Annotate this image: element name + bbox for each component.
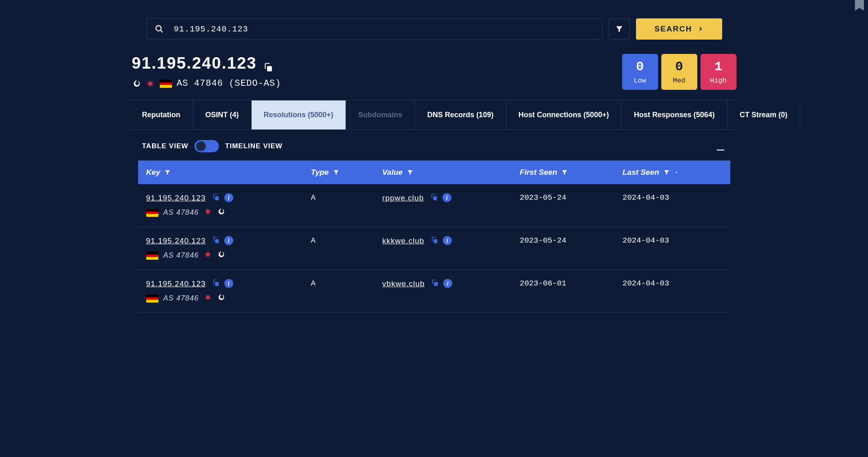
info-icon[interactable]: i bbox=[442, 193, 451, 202]
copy-icon[interactable] bbox=[212, 236, 220, 246]
filter-icon bbox=[164, 169, 171, 176]
bug-icon bbox=[204, 207, 212, 218]
view-toggle[interactable] bbox=[194, 140, 219, 152]
badge-high-count: 1 bbox=[714, 59, 722, 74]
search-button[interactable]: SEARCH bbox=[636, 18, 722, 40]
svg-line-1 bbox=[160, 30, 163, 33]
download-icon[interactable] bbox=[715, 140, 726, 152]
badge-low-label: Low bbox=[634, 77, 646, 85]
svg-rect-4 bbox=[215, 196, 219, 201]
tab-ct-stream-[interactable]: CT Stream (0) bbox=[727, 100, 800, 129]
as-text: AS 47846 (SEDO-AS) bbox=[177, 78, 281, 89]
info-icon[interactable]: i bbox=[443, 279, 452, 288]
flag-germany-icon bbox=[146, 209, 158, 217]
results-table: Key Type Value First Seen Last Seen 91.1… bbox=[138, 161, 730, 313]
copy-icon[interactable] bbox=[263, 58, 274, 69]
badge-high[interactable]: 1 High bbox=[701, 54, 736, 90]
flag-germany-icon bbox=[146, 294, 158, 303]
key-link[interactable]: 91.195.240.123 bbox=[146, 236, 206, 245]
key-link[interactable]: 91.195.240.123 bbox=[146, 279, 206, 288]
svg-rect-7 bbox=[215, 239, 219, 243]
badge-low-count: 0 bbox=[636, 59, 644, 74]
cell-key: 91.195.240.123iAS 47846 bbox=[138, 184, 303, 227]
tab-osint-[interactable]: OSINT (4) bbox=[193, 100, 252, 129]
ip-header: 91.195.240.123 AS 47846 (SEDO-AS) bbox=[132, 54, 281, 89]
search-bar: SEARCH bbox=[130, 0, 739, 52]
flame-icon bbox=[132, 79, 141, 88]
chevron-right-icon bbox=[697, 26, 704, 32]
tab-host-connections-[interactable]: Host Connections (5000+) bbox=[506, 100, 622, 129]
view-toggle-group: TABLE VIEW TIMELINE VIEW bbox=[142, 140, 283, 152]
value-link[interactable]: rppwe.club bbox=[382, 194, 424, 202]
bug-icon bbox=[146, 79, 155, 88]
svg-point-3 bbox=[148, 82, 152, 85]
filter-button[interactable] bbox=[609, 18, 630, 40]
badge-med-count: 0 bbox=[675, 59, 683, 74]
col-first-seen[interactable]: First Seen bbox=[511, 161, 614, 184]
copy-icon[interactable] bbox=[431, 279, 439, 289]
table-row: 91.195.240.123iAS 47846Arppwe.clubi2023-… bbox=[138, 184, 730, 227]
header-row: 91.195.240.123 AS 47846 (SEDO-AS) 0 Low … bbox=[130, 52, 739, 100]
bug-icon bbox=[204, 250, 212, 261]
value-link[interactable]: kkkwe.club bbox=[382, 236, 424, 245]
cell-type: A bbox=[303, 227, 374, 270]
badge-low[interactable]: 0 Low bbox=[622, 54, 658, 90]
badge-med[interactable]: 0 Med bbox=[661, 54, 697, 90]
badge-med-label: Med bbox=[673, 77, 685, 85]
info-icon[interactable]: i bbox=[224, 193, 233, 202]
filter-icon bbox=[663, 169, 670, 176]
as-number: AS 47846 bbox=[163, 251, 199, 260]
svg-rect-2 bbox=[267, 66, 272, 71]
search-box bbox=[146, 18, 603, 40]
info-icon[interactable]: i bbox=[224, 279, 233, 288]
tab-reputation[interactable]: Reputation bbox=[130, 100, 193, 129]
search-input[interactable] bbox=[174, 25, 594, 34]
as-number: AS 47846 bbox=[163, 208, 199, 217]
copy-icon[interactable] bbox=[212, 279, 220, 289]
tabs: ReputationOSINT (4)Resolutions (5000+)Su… bbox=[130, 100, 739, 130]
cell-type: A bbox=[303, 184, 374, 227]
cell-last-seen: 2024-04-03 bbox=[614, 270, 730, 313]
col-type[interactable]: Type bbox=[303, 161, 374, 184]
col-key[interactable]: Key bbox=[138, 161, 303, 184]
info-icon[interactable]: i bbox=[224, 236, 233, 245]
key-meta: AS 47846 bbox=[146, 293, 295, 303]
risk-badges: 0 Low 0 Med 1 High bbox=[622, 54, 736, 90]
cell-last-seen: 2024-04-03 bbox=[614, 184, 730, 227]
col-value[interactable]: Value bbox=[374, 161, 511, 184]
cell-first-seen: 2023-05-24 bbox=[511, 227, 614, 270]
tab-resolutions-[interactable]: Resolutions (5000+) bbox=[252, 100, 346, 129]
key-meta: AS 47846 bbox=[146, 207, 295, 218]
svg-point-11 bbox=[206, 296, 209, 299]
badge-high-label: High bbox=[710, 77, 727, 85]
info-icon[interactable]: i bbox=[443, 236, 452, 245]
copy-icon[interactable] bbox=[430, 193, 438, 203]
copy-icon[interactable] bbox=[431, 236, 439, 246]
tab-host-responses-[interactable]: Host Responses (5064) bbox=[622, 100, 727, 129]
tab-subdomains[interactable]: Subdomains bbox=[346, 100, 415, 129]
flame-icon bbox=[217, 293, 225, 303]
cell-key: 91.195.240.123iAS 47846 bbox=[138, 270, 303, 313]
key-link[interactable]: 91.195.240.123 bbox=[146, 194, 206, 202]
tab-dns-records-[interactable]: DNS Records (109) bbox=[415, 100, 506, 129]
bookmark-ribbon[interactable] bbox=[855, 0, 864, 11]
svg-point-0 bbox=[156, 26, 161, 31]
ip-address: 91.195.240.123 bbox=[132, 54, 257, 72]
cell-key: 91.195.240.123iAS 47846 bbox=[138, 227, 303, 270]
copy-icon[interactable] bbox=[212, 193, 220, 203]
bug-icon bbox=[204, 293, 212, 303]
flag-germany-icon bbox=[146, 252, 158, 260]
value-link[interactable]: vbkwe.club bbox=[382, 279, 425, 288]
cell-value: rppwe.clubi bbox=[374, 184, 511, 227]
col-last-seen[interactable]: Last Seen bbox=[614, 161, 730, 184]
view-controls: TABLE VIEW TIMELINE VIEW bbox=[130, 130, 739, 161]
sort-desc-icon bbox=[674, 170, 679, 175]
svg-rect-10 bbox=[215, 282, 219, 286]
svg-point-8 bbox=[206, 253, 209, 256]
results-table-wrap: Key Type Value First Seen Last Seen 91.1… bbox=[130, 161, 739, 313]
filter-icon bbox=[561, 169, 568, 176]
table-view-label: TABLE VIEW bbox=[142, 142, 189, 150]
filter-icon bbox=[407, 169, 413, 176]
key-meta: AS 47846 bbox=[146, 250, 295, 261]
cell-value: kkkwe.clubi bbox=[374, 227, 511, 270]
